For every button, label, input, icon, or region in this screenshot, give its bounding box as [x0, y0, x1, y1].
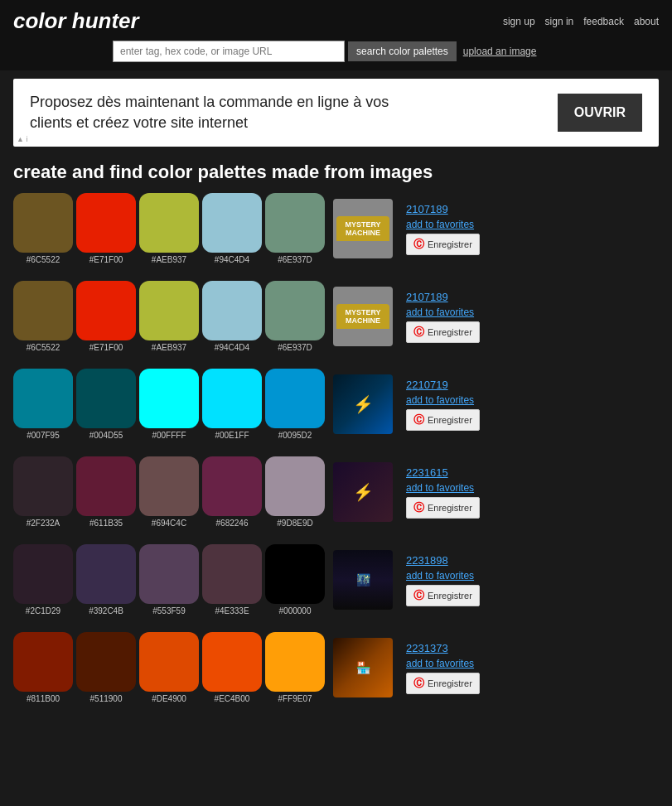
color-swatch[interactable] [139, 369, 199, 428]
color-swatch[interactable] [265, 193, 325, 253]
palette-info: 2107189add to favoritesⒸ Enregistrer [406, 203, 480, 255]
feedback-link[interactable]: feedback [583, 16, 624, 27]
palette-id[interactable]: 2231615 [406, 466, 480, 479]
pinterest-icon: Ⓒ [413, 588, 424, 603]
color-swatch[interactable] [76, 632, 136, 692]
swatch-block: #392C4B [76, 544, 136, 615]
palette-thumbnail[interactable]: 🌃 [333, 550, 393, 610]
palette-id[interactable]: 2231898 [406, 554, 480, 567]
color-swatch[interactable] [139, 193, 199, 253]
color-swatch[interactable] [139, 632, 199, 692]
color-swatch[interactable] [265, 456, 325, 516]
color-swatch[interactable] [202, 193, 262, 253]
color-swatch[interactable] [76, 456, 136, 516]
color-swatch[interactable] [265, 369, 325, 428]
pinterest-icon: Ⓒ [413, 325, 424, 340]
swatch-label: #9D8E9D [277, 519, 312, 528]
swatch-label: #811B00 [27, 694, 60, 703]
signup-link[interactable]: sign up [503, 16, 535, 27]
color-swatch[interactable] [202, 632, 262, 692]
add-favorites-link[interactable]: add to favorites [406, 219, 480, 230]
color-swatch[interactable] [13, 456, 73, 516]
swatch-label: #2F232A [27, 519, 60, 528]
palette-info: 2231373add to favoritesⒸ Enregistrer [406, 642, 480, 694]
swatch-block: #811B00 [13, 632, 73, 703]
search-input[interactable] [113, 41, 345, 62]
add-favorites-link[interactable]: add to favorites [406, 658, 480, 669]
color-swatch[interactable] [13, 193, 73, 253]
palette-row: #2F232A#611B35#694C4C#682246#9D8E9D⚡2231… [13, 456, 659, 528]
swatch-block: #FF9E07 [265, 632, 325, 703]
upload-link[interactable]: upload an image [463, 46, 537, 57]
palette-thumbnail[interactable]: 🏪 [333, 638, 393, 697]
swatch-label: #6E937D [278, 255, 312, 264]
pinterest-icon: Ⓒ [413, 237, 424, 252]
palette-id[interactable]: 2107189 [406, 203, 480, 215]
palette-info: 2107189add to favoritesⒸ Enregistrer [406, 291, 480, 343]
palette-thumbnail[interactable]: ⚡ [333, 374, 393, 434]
color-swatch[interactable] [13, 544, 73, 604]
palette-thumbnail[interactable]: ⚡ [333, 462, 393, 522]
swatch-block: #00E1FF [202, 369, 262, 440]
search-button[interactable]: search color palettes [348, 41, 457, 61]
color-swatch[interactable] [202, 281, 262, 340]
palette-row: #811B00#511900#DE4900#EC4B00#FF9E07🏪2231… [13, 632, 659, 703]
add-favorites-link[interactable]: add to favorites [406, 306, 480, 318]
ad-banner: Proposez dès maintenant la commande en l… [13, 79, 659, 147]
ad-label: ▲ i [17, 135, 27, 143]
page-title: create and find color palettes made from… [0, 155, 672, 193]
color-swatch[interactable] [202, 456, 262, 516]
color-swatch[interactable] [265, 281, 325, 340]
palette-row: #6C5522#E71F00#AEB937#94C4D4#6E937DMYSTE… [13, 281, 659, 352]
enregistrer-button[interactable]: Ⓒ Enregistrer [406, 409, 480, 431]
color-swatch[interactable] [139, 456, 199, 516]
about-link[interactable]: about [634, 16, 659, 27]
swatch-label: #392C4B [89, 606, 123, 615]
ad-text: Proposez dès maintenant la commande en l… [30, 92, 428, 133]
swatches-group: #007F95#004D55#00FFFF#00E1FF#0095D2 [13, 369, 325, 440]
palette-id[interactable]: 2210719 [406, 379, 480, 391]
color-swatch[interactable] [202, 369, 262, 428]
color-swatch[interactable] [76, 544, 136, 604]
add-favorites-link[interactable]: add to favorites [406, 570, 480, 582]
enregistrer-button[interactable]: Ⓒ Enregistrer [406, 673, 480, 694]
add-favorites-link[interactable]: add to favorites [406, 394, 480, 406]
swatch-block: #682246 [202, 456, 262, 528]
swatch-block: #94C4D4 [202, 281, 262, 352]
swatches-group: #811B00#511900#DE4900#EC4B00#FF9E07 [13, 632, 325, 703]
color-swatch[interactable] [265, 544, 325, 604]
signin-link[interactable]: sign in [545, 16, 574, 27]
swatch-label: #007F95 [27, 431, 59, 440]
swatch-label: #6E937D [278, 343, 312, 352]
enregistrer-button[interactable]: Ⓒ Enregistrer [406, 321, 480, 343]
color-swatch[interactable] [13, 369, 73, 428]
palette-thumbnail[interactable]: MYSTERYMACHINE [333, 287, 393, 346]
palette-thumbnail[interactable]: MYSTERYMACHINE [333, 199, 393, 258]
color-swatch[interactable] [265, 632, 325, 692]
palette-info: 2231898add to favoritesⒸ Enregistrer [406, 554, 480, 606]
palette-row: #007F95#004D55#00FFFF#00E1FF#0095D2⚡2210… [13, 369, 659, 440]
color-swatch[interactable] [202, 544, 262, 604]
pinterest-icon: Ⓒ [413, 413, 424, 427]
nav-links: sign up sign in feedback about [503, 16, 659, 27]
palette-id[interactable]: 2107189 [406, 291, 480, 303]
color-swatch[interactable] [76, 281, 136, 340]
enregistrer-button[interactable]: Ⓒ Enregistrer [406, 234, 480, 255]
color-swatch[interactable] [13, 281, 73, 340]
swatch-block: #DE4900 [139, 632, 199, 703]
enregistrer-button[interactable]: Ⓒ Enregistrer [406, 585, 480, 606]
ad-button[interactable]: OUVRIR [558, 94, 642, 132]
swatch-label: #EC4B00 [215, 694, 250, 703]
swatch-block: #694C4C [139, 456, 199, 528]
color-swatch[interactable] [76, 369, 136, 428]
color-swatch[interactable] [13, 632, 73, 692]
palette-id[interactable]: 2231373 [406, 642, 480, 654]
swatch-block: #EC4B00 [202, 632, 262, 703]
enregistrer-button[interactable]: Ⓒ Enregistrer [406, 497, 480, 519]
swatch-block: #E71F00 [76, 281, 136, 352]
color-swatch[interactable] [76, 193, 136, 253]
add-favorites-link[interactable]: add to favorites [406, 482, 480, 494]
swatch-label: #AEB937 [152, 255, 186, 264]
color-swatch[interactable] [139, 281, 199, 340]
color-swatch[interactable] [139, 544, 199, 604]
